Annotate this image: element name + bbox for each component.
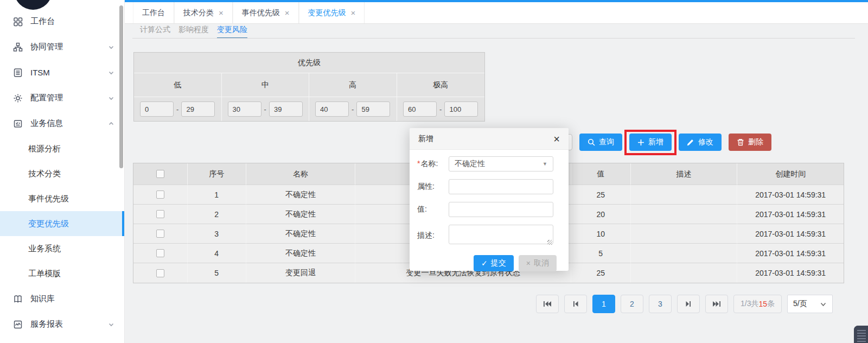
required-mark: * [417, 159, 420, 168]
sidebar-item-knowledge-base[interactable]: 知识库 [0, 286, 124, 312]
sidebar-subitem-label: 变更优先级 [28, 219, 69, 229]
tab-incident-priority[interactable]: 事件优先级 × [233, 2, 299, 23]
active-indicator [122, 211, 124, 236]
prev-page-button[interactable] [564, 295, 587, 313]
query-button[interactable]: 查询 [579, 134, 622, 151]
sidebar-subitem-ticket-template[interactable]: 工单模版 [0, 261, 124, 286]
sidebar-subitem-incident-priority[interactable]: 事件优先级 [0, 186, 124, 211]
priority-range-row: - - - - [134, 97, 484, 121]
cell-value: 25 [571, 185, 631, 205]
subtab-change-risk[interactable]: 变更风险 [217, 25, 247, 39]
sidebar-subitem-label: 事件优先级 [28, 194, 69, 204]
dialog-body: *名称: 不确定性 ▼ 属性: 值: 描述: [410, 150, 569, 271]
last-page-button[interactable] [705, 295, 728, 313]
dialog-footer: ✓ 提交 × 取消 [417, 252, 561, 271]
sidebar-subitem-root-analysis[interactable]: 根源分析 [0, 136, 124, 161]
cell-seq: 1 [188, 185, 246, 205]
subtab-calc-formula[interactable]: 计算公式 [140, 25, 170, 39]
sidebar-menu: 工作台 协同管理 ITSM [0, 0, 124, 337]
row-checkbox[interactable] [156, 190, 164, 199]
sidebar-item-config[interactable]: 配置管理 [0, 85, 124, 111]
name-select[interactable]: 不确定性 ▼ [449, 156, 553, 172]
desc-textarea[interactable] [449, 225, 553, 244]
sidebar-subitem-tech-category[interactable]: 技术分类 [0, 161, 124, 186]
trash-icon [737, 138, 744, 146]
cell-value: 5 [571, 244, 631, 263]
sidebar-item-collaboration[interactable]: 协同管理 [0, 34, 124, 60]
cell-desc [631, 185, 738, 205]
row-checkbox[interactable] [156, 230, 164, 238]
sidebar-subitem-change-priority[interactable]: 变更优先级 [0, 211, 124, 236]
delete-button[interactable]: 删除 [729, 134, 771, 151]
resize-grip-icon[interactable] [547, 240, 552, 245]
range-max-input[interactable] [356, 101, 390, 117]
edit-button[interactable]: 修改 [679, 134, 722, 151]
range-min-input[interactable] [140, 101, 174, 117]
cell-name: 不确定性 [246, 185, 356, 205]
cell-value: 20 [571, 205, 631, 224]
range-min-input[interactable] [228, 101, 261, 117]
book-icon [13, 294, 23, 304]
sidebar-scrollbar[interactable] [119, 5, 123, 168]
sidebar-item-label: 业务信息 [30, 118, 63, 129]
grip-lines-icon [857, 330, 866, 343]
priority-level-label: 高 [309, 73, 397, 97]
range-max-input[interactable] [181, 101, 215, 117]
sidebar-item-workbench[interactable]: 工作台 [0, 9, 124, 34]
grid-icon [13, 17, 23, 27]
close-icon[interactable]: × [219, 9, 224, 17]
sidebar-item-label: 服务报表 [30, 319, 63, 329]
page-button-2[interactable]: 2 [621, 295, 643, 313]
range-max-input[interactable] [269, 101, 303, 117]
sidebar-item-itsm[interactable]: ITSM [0, 60, 124, 85]
value-input[interactable] [449, 202, 553, 217]
next-page-button[interactable] [677, 295, 700, 313]
chevron-down-icon [108, 95, 114, 101]
range-min-input[interactable] [403, 101, 437, 117]
tab-workbench[interactable]: 工作台 [133, 2, 174, 23]
cell-created: 2017-03-01 14:59:31 [737, 263, 844, 283]
page-button-1[interactable]: 1 [592, 295, 615, 313]
select-all-checkbox[interactable] [156, 170, 164, 178]
close-icon[interactable]: × [285, 9, 290, 17]
sidebar-item-service-report[interactable]: 服务报表 [0, 312, 124, 337]
sidebar-item-business-info[interactable]: 业务信息 [0, 111, 124, 136]
pagination: 1 2 3 1/3共15条 5/页 [536, 295, 833, 313]
range-max-input[interactable] [444, 101, 478, 117]
cell-name: 变更回退 [246, 263, 356, 283]
cell-name: 不确定性 [246, 244, 356, 263]
scrollbar-handle[interactable] [854, 326, 868, 343]
priority-level-label: 中 [222, 73, 310, 97]
cell-desc [631, 263, 738, 283]
attr-input[interactable] [449, 179, 553, 194]
range-min-input[interactable] [315, 101, 349, 117]
row-checkbox[interactable] [156, 210, 164, 218]
page-button-3[interactable]: 3 [649, 295, 672, 313]
tab-change-priority[interactable]: 变更优先级 × [299, 2, 365, 23]
cancel-button[interactable]: × 取消 [519, 255, 557, 271]
first-page-button[interactable] [536, 295, 559, 313]
form-icon [13, 119, 23, 129]
row-checkbox[interactable] [156, 249, 164, 257]
total-count: 15 [758, 300, 767, 308]
tab-tech-category[interactable]: 技术分类 × [174, 2, 233, 23]
submit-button[interactable]: ✓ 提交 [474, 255, 514, 271]
close-icon[interactable]: × [351, 9, 356, 17]
chart-icon [13, 320, 23, 329]
subtab-impact-degree[interactable]: 影响程度 [178, 25, 209, 39]
cell-seq: 3 [188, 224, 246, 244]
row-checkbox[interactable] [156, 269, 164, 277]
sidebar-item-label: 工作台 [30, 16, 55, 27]
column-header-value: 值 [571, 163, 631, 185]
page-size-select[interactable]: 5/页 [787, 295, 833, 313]
sidebar-subitem-label: 技术分类 [28, 169, 61, 179]
cell-created: 2017-03-01 14:59:31 [737, 224, 844, 244]
sidebar-subitem-label: 业务系统 [28, 244, 61, 254]
cell-desc [631, 244, 738, 263]
chevron-up-icon [108, 120, 114, 127]
add-button[interactable]: 新增 [629, 134, 672, 151]
sidebar-item-label: 配置管理 [30, 93, 63, 103]
close-icon[interactable]: × [553, 134, 560, 144]
priority-table-title: 优先级 [134, 53, 484, 73]
sidebar-subitem-business-system[interactable]: 业务系统 [0, 236, 124, 261]
